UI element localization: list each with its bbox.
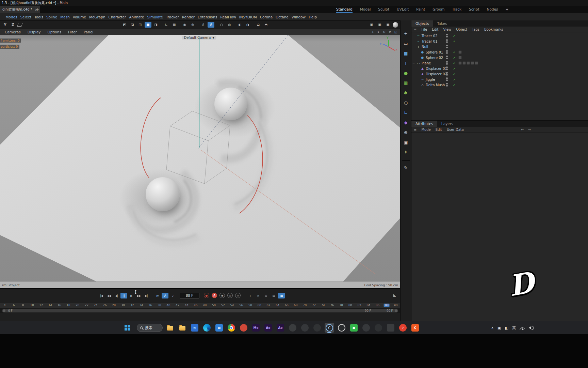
menu-realflow[interactable]: RealFlow [219,15,238,19]
key-parameter-button[interactable]: ⊘ [235,293,241,298]
menu-render[interactable]: Render [180,15,196,19]
object-row-tracer-01[interactable]: ~Tracer 01✓ [411,39,588,44]
visibility-dots-icon[interactable] [446,83,448,87]
wechat-icon[interactable]: ● [349,323,359,333]
prev-frame-button[interactable]: ◀| [113,293,120,298]
attributes-menu-user-data[interactable]: User Data [444,128,466,132]
visibility-dots-icon[interactable] [446,39,448,43]
volume-icon[interactable] [529,326,534,329]
menu-extensions[interactable]: Extensions [196,15,219,19]
voxel-icon[interactable]: ▦ [402,79,410,87]
tick-70[interactable]: 70 [302,304,308,307]
menu-mesh[interactable]: Mesh [59,15,71,19]
current-frame-field[interactable]: 88 F [180,293,199,298]
tag-icon[interactable] [471,61,474,65]
wifi-icon[interactable] [520,326,525,330]
menu-animate[interactable]: Animate [128,15,146,19]
menu-volume[interactable]: Volume [71,15,87,19]
visibility-dots-icon[interactable] [446,66,448,70]
ime-language-indicator[interactable]: 英 [512,325,516,331]
key-rotation-button[interactable]: ◎ [227,293,233,298]
tick-90[interactable]: 90 [393,304,399,307]
tick-44[interactable]: 44 [184,304,190,307]
modeling-mode-icon-2[interactable]: ◪ [129,22,136,28]
isolate-icon-2[interactable]: ◑ [244,22,251,28]
tick-72[interactable]: 72 [311,304,317,307]
attributes-menu-mode[interactable]: Mode [419,128,433,132]
tick-4[interactable]: 4 [3,304,6,307]
objects-menu-view[interactable]: View [441,28,454,31]
visibility-dots-icon[interactable] [446,77,448,81]
tick-32[interactable]: 32 [129,304,135,307]
menu-octane[interactable]: Octane [274,15,290,19]
dark-app-icon-3[interactable] [312,323,322,333]
selection-frame-icon[interactable]: ▭ [402,39,410,47]
tick-54[interactable]: 54 [229,304,235,307]
sphere-primitive-icon[interactable]: ● [402,69,410,77]
visibility-dots-icon[interactable] [446,45,448,48]
render-settings-icon[interactable]: ▣ [385,22,391,28]
layout-tab-nodes[interactable]: Nodes [487,6,498,13]
timeline-range-slider[interactable] [2,309,398,312]
expander-icon[interactable]: − [411,61,416,65]
object-row-displacer-01[interactable]: ▲Displacer 01✓ [411,66,588,71]
tick-82[interactable]: 82 [357,304,362,307]
tick-10[interactable]: 10 [29,304,35,307]
menu-help[interactable]: Help [307,15,318,19]
menu-spline[interactable]: Spline [45,15,59,19]
deformer-ring-icon[interactable]: ○ [402,98,410,107]
attributes-tab-attributes[interactable]: Attributes [411,121,437,127]
object-row-null[interactable]: −+Null [411,44,588,49]
menu-corona[interactable]: Corona [258,15,274,19]
tick-24[interactable]: 24 [93,304,99,307]
object-row-sphere-01[interactable]: ●Sphere 01✓ [411,49,588,55]
tag-icon[interactable] [475,61,478,65]
tick-40[interactable]: 40 [166,304,172,307]
menu-character[interactable]: Character [107,15,128,19]
expander-icon[interactable]: − [411,45,416,48]
history-back-icon[interactable]: ← [521,128,524,132]
goto-start-button[interactable]: |◀ [98,293,105,298]
isolate-icon-1[interactable]: ◐ [236,22,243,28]
kf-rotation-button[interactable]: ⊕ [262,293,269,298]
tray-app-icon-1[interactable]: ▣ [497,326,501,330]
capcut-app-icon[interactable]: C [410,323,420,333]
objects-menu-tags[interactable]: Tags [470,28,482,31]
layout-tab-track[interactable]: Track [452,6,461,13]
modeling-mode-icon-1[interactable]: ◩ [121,22,128,28]
tick-38[interactable]: 38 [157,304,162,307]
simulation-icon-1[interactable]: ◒ [255,22,262,28]
object-row-sphere-02[interactable]: ●Sphere 02✓ [411,55,588,60]
grid-snap-icon[interactable]: # [200,22,207,28]
vp-menu-filter[interactable]: Filter [65,30,80,34]
tick-14[interactable]: 14 [47,304,53,307]
enabled-check-icon[interactable]: ✓ [453,78,456,81]
dolly-view-icon[interactable]: ↕ [376,30,381,34]
kf-pla-button[interactable]: ▦ [278,293,285,298]
taskbar-search[interactable]: 搜索 [137,324,163,332]
menu-mograph[interactable]: MoGraph [87,15,107,19]
tick-48[interactable]: 48 [202,304,208,307]
snap-toggle-icon[interactable]: ○ [218,22,225,28]
dark-app-icon-4[interactable] [361,323,371,333]
object-row-delta-mush[interactable]: △Delta Mush✓ [411,82,588,88]
objects-menu-icon[interactable]: ≡ [411,28,419,31]
objects-menu-object[interactable]: Object [454,28,470,31]
tag-icon[interactable] [467,61,470,65]
renderer-orb-icon[interactable] [393,22,398,28]
tick-28[interactable]: 28 [111,304,117,307]
layout-tab-uvedit[interactable]: UVEdit [397,6,409,13]
rotate-view-icon[interactable]: ↻ [382,30,387,34]
tick-22[interactable]: 22 [84,304,89,307]
attributes-menu-icon[interactable]: ≡ [411,128,419,132]
layout-tab-script[interactable]: Script [469,6,479,13]
enabled-check-icon[interactable]: ✓ [453,61,456,65]
object-row-tracer-02[interactable]: ~Tracer 02✓ [411,33,588,39]
record-objects-button[interactable]: ● [204,293,209,298]
snap-settings-icon[interactable]: ⊕ [189,22,196,28]
visibility-dots-icon[interactable] [446,72,448,76]
new-tab-button[interactable]: + [34,6,40,13]
kf-position-button[interactable]: + [247,293,254,298]
dark-app-icon-2[interactable] [300,323,310,333]
field-icon[interactable]: ◆ [402,118,410,126]
